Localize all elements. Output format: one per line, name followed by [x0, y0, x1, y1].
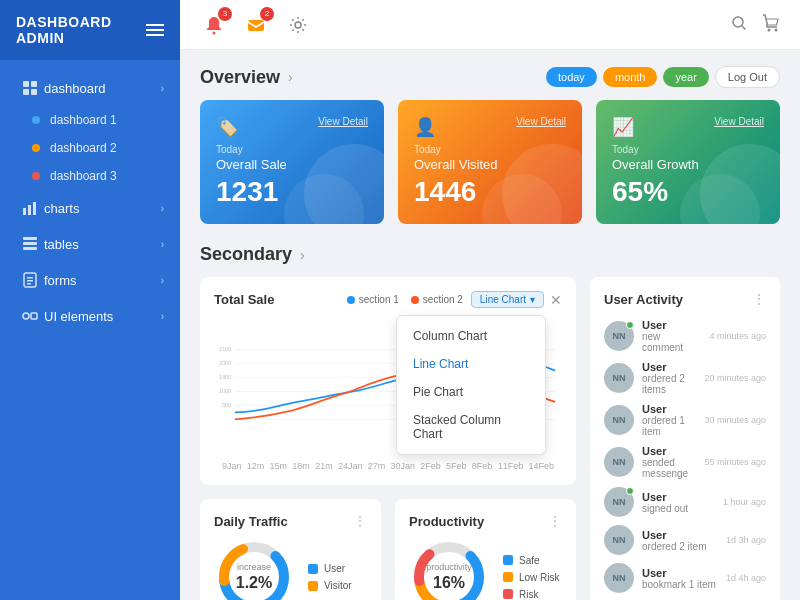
activity-item-1: NN User ordered 2 items 20 minutes ago: [604, 361, 766, 395]
cart-icon[interactable]: [762, 14, 780, 36]
activity-time-2: 30 minutes ago: [704, 415, 766, 425]
avatar-initials-4: NN: [613, 497, 626, 507]
x-label: 30Jan: [391, 461, 416, 471]
sidebar-item-dashboard3[interactable]: dashboard 3: [0, 162, 180, 190]
avatar-1: NN: [604, 363, 634, 393]
sidebar-item-dashboard2[interactable]: dashboard 2: [0, 134, 180, 162]
activity-info-4: User signed out: [642, 491, 715, 514]
traffic-legend-user-label: User: [324, 563, 345, 574]
overall-sale-card: 🏷️ View Detail Today Overall Sale 1231: [200, 100, 384, 224]
svg-point-19: [733, 17, 743, 27]
x-label: 14Feb: [528, 461, 554, 471]
online-indicator-4: [626, 487, 634, 495]
prod-legend-lowrisk-label: Low Risk: [519, 572, 560, 583]
productivity-more-icon[interactable]: ⋮: [548, 513, 562, 529]
daily-traffic-content: increase 1.2% User: [214, 537, 367, 600]
sidebar-item-dashboard[interactable]: dashboard ›: [0, 70, 180, 106]
prod-legend-risk-label: Risk: [519, 589, 538, 600]
sidebar-item-tables[interactable]: tables ›: [0, 226, 180, 262]
overview-title: Overview: [200, 67, 280, 88]
activity-header: User Activity ⋮: [604, 291, 766, 307]
sub-label-3: dashboard 3: [50, 169, 117, 183]
svg-text:1000: 1000: [219, 388, 231, 394]
sale-view-detail[interactable]: View Detail: [318, 116, 368, 127]
overview-arrow[interactable]: ›: [288, 69, 293, 85]
avatar-2: NN: [604, 405, 634, 435]
sidebar-item-dashboard1[interactable]: dashboard 1: [0, 106, 180, 134]
productivity-donut: productivity 16%: [409, 537, 489, 600]
svg-rect-12: [27, 280, 33, 282]
sidebar-item-forms[interactable]: forms ›: [0, 262, 180, 298]
mail-icon[interactable]: 2: [242, 11, 270, 39]
activity-title: User Activity: [604, 292, 752, 307]
activity-more-icon[interactable]: ⋮: [752, 291, 766, 307]
topbar-left-icons: 3 2: [200, 11, 312, 39]
legend-2-label: section 2: [423, 294, 463, 305]
x-label: 24Jan: [338, 461, 363, 471]
x-label: 27m: [368, 461, 386, 471]
growth-view-detail[interactable]: View Detail: [714, 116, 764, 127]
prod-legend-risk: Risk: [503, 589, 560, 600]
activity-info-1: User ordered 2 items: [642, 361, 696, 395]
filter-today-btn[interactable]: today: [546, 67, 597, 87]
dropdown-column-chart[interactable]: Column Chart: [397, 322, 545, 350]
traffic-legend-visitor-label: Visitor: [324, 580, 352, 591]
svg-rect-13: [27, 283, 31, 285]
avatar-initials-1: NN: [613, 373, 626, 383]
daily-traffic-more-icon[interactable]: ⋮: [353, 513, 367, 529]
svg-point-21: [775, 28, 778, 31]
svg-rect-5: [28, 205, 31, 215]
logout-btn[interactable]: Log Out: [715, 66, 780, 88]
secondary-header: Secondary ›: [200, 244, 780, 265]
activity-user-6: User: [642, 567, 718, 579]
online-indicator-0: [626, 321, 634, 329]
productivity-center-label: productivity: [426, 562, 472, 572]
dropdown-line-chart[interactable]: Line Chart: [397, 350, 545, 378]
sidebar-item-charts[interactable]: charts ›: [0, 190, 180, 226]
activity-card: User Activity ⋮ NN User new comment: [590, 277, 780, 600]
svg-text:500: 500: [222, 402, 231, 408]
topbar-right: [730, 14, 780, 36]
daily-traffic-legend: User Visitor: [308, 563, 352, 591]
activity-list: NN User new comment 4 minutes ago: [604, 319, 766, 593]
dropdown-stacked-chart[interactable]: Stacked Column Chart: [397, 406, 545, 448]
productivity-content: productivity 16% Safe: [409, 537, 562, 600]
search-icon[interactable]: [730, 14, 748, 36]
notification-count-2: 2: [260, 7, 274, 21]
chevron-down-icon: ▾: [530, 294, 535, 305]
hamburger-icon[interactable]: [146, 24, 164, 36]
activity-time-5: 1d 3h ago: [726, 535, 766, 545]
daily-traffic-header: Daily Traffic ⋮: [214, 513, 367, 529]
filter-month-btn[interactable]: month: [603, 67, 658, 87]
activity-user-3: User: [642, 445, 696, 457]
dropdown-pie-chart[interactable]: Pie Chart: [397, 378, 545, 406]
activity-user-0: User: [642, 319, 701, 331]
settings-icon[interactable]: [284, 11, 312, 39]
sidebar-item-ui-elements[interactable]: UI elements ›: [0, 298, 180, 334]
x-label: 12m: [247, 461, 265, 471]
prod-legend-safe: Safe: [503, 555, 560, 566]
chart-close-icon[interactable]: ✕: [550, 292, 562, 308]
visited-view-detail[interactable]: View Detail: [516, 116, 566, 127]
svg-text:2100: 2100: [219, 346, 231, 352]
activity-info-0: User new comment: [642, 319, 701, 353]
svg-rect-7: [23, 237, 37, 240]
activity-info-2: User ordered 1 item: [642, 403, 696, 437]
chart-type-label: Line Chart: [480, 294, 526, 305]
legend-section1: section 1: [347, 294, 399, 305]
sidebar-title: DASHBOARD ADMIN: [16, 14, 146, 46]
notification-bell-icon[interactable]: 3: [200, 11, 228, 39]
filter-year-btn[interactable]: year: [663, 67, 708, 87]
chart-header: Total Sale section 1 section 2: [214, 291, 562, 308]
filter-buttons: today month year Log Out: [546, 66, 780, 88]
tables-icon: [16, 236, 44, 252]
productivity-title: Productivity: [409, 514, 548, 529]
svg-rect-6: [33, 202, 36, 215]
activity-desc-1: ordered 2 items: [642, 373, 696, 395]
svg-rect-15: [31, 313, 37, 319]
visited-card-icon: 👤: [414, 116, 436, 138]
chart-type-btn[interactable]: Line Chart ▾: [471, 291, 544, 308]
secondary-arrow[interactable]: ›: [300, 247, 305, 263]
overview-cards: 🏷️ View Detail Today Overall Sale 1231 👤…: [200, 100, 780, 224]
svg-text:1800: 1800: [219, 374, 231, 380]
